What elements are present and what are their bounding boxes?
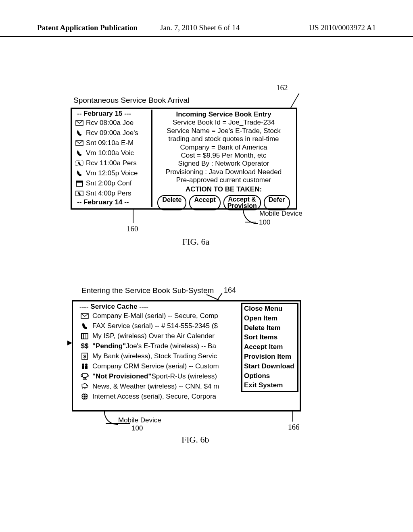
msg-row[interactable]: Vm 10:00a Voic <box>73 148 151 158</box>
fig6b-caption: FIG. 6b <box>181 434 209 445</box>
message-list: -- February 15 --- Rcv 08:00a Joe Rcv 09… <box>73 110 152 207</box>
delete-button[interactable]: Delete <box>157 195 186 210</box>
msg-text: Vm 10:00a Voic <box>86 149 134 157</box>
date-header-1: -- February 15 --- <box>73 110 151 118</box>
dollar-icon: $$ <box>80 343 89 350</box>
pub-title: Patent Application Publication <box>37 23 138 32</box>
mail-icon <box>75 120 83 126</box>
trophy-icon <box>80 373 89 380</box>
svg-point-12 <box>82 364 84 366</box>
svg-text:$: $ <box>83 353 86 360</box>
ref-100-b: 100 <box>131 424 143 432</box>
date-header-2: -- February 14 -- <box>73 198 151 206</box>
mobile-device-label-b: Mobile Device <box>118 416 161 424</box>
pub-number: US 2010/0003972 A1 <box>309 23 376 32</box>
ref-166: 166 <box>288 423 300 432</box>
svc-line: Service Name = Joe's E-Trade, Stock <box>152 127 295 135</box>
menu-close[interactable]: Close Menu <box>244 304 297 314</box>
menu-open[interactable]: Open Item <box>244 314 297 323</box>
service-text: Company E-Mail (serial) -- Secure, Comp <box>92 312 218 320</box>
phone-icon <box>75 150 83 156</box>
service-text: My Bank (wireless), Stock Trading Servic <box>92 352 217 360</box>
fig6b-device-frame: ---- Service Cache ---- Company E-Mail (… <box>72 300 301 411</box>
ref-164: 164 <box>224 286 236 295</box>
fig6a-device-frame: -- February 15 --- Rcv 08:00a Joe Rcv 09… <box>71 108 297 210</box>
menu-exit[interactable]: Exit System <box>244 380 297 390</box>
menu-accept[interactable]: Accept Item <box>244 342 297 352</box>
calendar-phone-icon <box>75 160 83 166</box>
weather-icon <box>80 383 89 390</box>
btn-line: Provision <box>227 203 257 209</box>
menu-delete[interactable]: Delete Item <box>244 323 297 333</box>
defer-button[interactable]: Defer <box>264 195 290 210</box>
svg-rect-15 <box>85 366 88 369</box>
svg-point-14 <box>85 364 88 366</box>
menu-sort[interactable]: Sort Items <box>244 332 297 342</box>
svg-rect-4 <box>76 181 83 183</box>
action-header: ACTION TO BE TAKEN: <box>152 185 295 193</box>
svc-line: Cost = $9.95 Per Month, etc <box>152 152 295 160</box>
service-text: Joe's E-Trade (wireless) -- Ba <box>126 342 216 350</box>
svc-line: Provisioning : Java Download Needed <box>152 168 295 176</box>
service-text: Internet Access (serial), Secure, Corpor… <box>92 393 216 401</box>
msg-row[interactable]: Rcv 09:00a Joe's <box>73 128 151 138</box>
leader-curve-100b <box>104 411 118 425</box>
svg-rect-13 <box>82 366 84 369</box>
msg-row[interactable]: Vm 12:05p Voice <box>73 168 151 178</box>
pub-date: Jan. 7, 2010 Sheet 6 of 14 <box>160 23 240 32</box>
msg-text: Snt 2:00p Conf <box>86 179 131 187</box>
incoming-service-panel: Incoming Service Book Entry Service Book… <box>152 110 295 207</box>
incoming-title: Incoming Service Book Entry <box>152 110 295 118</box>
action-button-row: Delete Accept Accept & Provision Defer <box>152 195 295 210</box>
leader-100a <box>245 222 256 222</box>
context-menu: Close Menu Open Item Delete Item Sort It… <box>241 303 298 392</box>
calendar-icon <box>75 181 83 186</box>
mobile-device-label-a: Mobile Device <box>259 210 302 218</box>
svc-line: Company = Bank of America <box>152 143 295 152</box>
service-status: "Not Provisioned" <box>92 372 151 380</box>
service-text: Company CRM Service (serial) -- Custom <box>92 362 219 370</box>
service-text: Sport-R-Us (wireless) <box>151 372 217 380</box>
service-text: My ISP, (wireless) Over the Air Calender <box>92 332 215 340</box>
msg-text: Vm 12:05p Voice <box>86 169 138 177</box>
ref-160: 160 <box>127 224 138 233</box>
menu-download[interactable]: Start Download <box>244 362 297 371</box>
svg-rect-16 <box>84 378 86 379</box>
ref-162: 162 <box>276 83 288 92</box>
svc-line: Service Book Id = Joe_Trade-234 <box>152 118 295 127</box>
leader-166 <box>292 410 293 422</box>
msg-row[interactable]: Snt 2:00p Conf <box>73 178 151 188</box>
ref-100-a: 100 <box>259 218 270 227</box>
accept-button[interactable]: Accept <box>189 195 220 210</box>
fig6b-title: Entering the Service Book Sub-System <box>81 286 214 295</box>
fig6a-title: Spontaneous Service Book Arrival <box>73 96 189 105</box>
leader-160 <box>133 209 133 223</box>
msg-row[interactable]: Snt 09:10a E-M <box>73 138 151 148</box>
msg-text: Rcv 11:00a Pers <box>86 159 137 167</box>
svc-line: Signed By : Network Operator <box>152 160 295 168</box>
msg-row[interactable]: Rcv 11:00a Pers <box>73 158 151 168</box>
menu-options[interactable]: Options <box>244 371 297 381</box>
calendar-icon <box>80 332 89 340</box>
accept-provision-button[interactable]: Accept & Provision <box>223 195 261 210</box>
mail-icon <box>75 140 83 146</box>
svc-line: trading and stock quotes in real-time <box>152 135 295 143</box>
service-text: FAX Service (serial) -- # 514-555-2345 (… <box>92 322 218 330</box>
phone-icon <box>80 322 89 330</box>
btn-line: Accept & <box>227 196 257 203</box>
msg-row[interactable]: Snt 4:00p Pers <box>73 188 151 198</box>
calendar-phone-icon <box>75 191 83 196</box>
leader-162 <box>290 94 300 108</box>
msg-row[interactable]: Rcv 08:00a Joe <box>73 118 151 128</box>
service-text: News, & Weather (wireless) -- CNN, $4 m <box>92 382 219 391</box>
menu-provision[interactable]: Provision Item <box>244 352 297 362</box>
svc-line: Pre-approved current customer <box>152 176 295 184</box>
service-status: "Pending" <box>92 342 126 350</box>
people-icon <box>80 363 89 370</box>
service-row[interactable]: Internet Access (serial), Secure, Corpor… <box>73 391 300 401</box>
msg-text: Snt 09:10a E-M <box>86 139 133 147</box>
msg-text: Rcv 08:00a Joe <box>86 119 133 127</box>
svg-point-21 <box>81 393 88 400</box>
fig6a-caption: FIG. 6a <box>182 237 209 247</box>
svg-rect-7 <box>81 334 88 339</box>
